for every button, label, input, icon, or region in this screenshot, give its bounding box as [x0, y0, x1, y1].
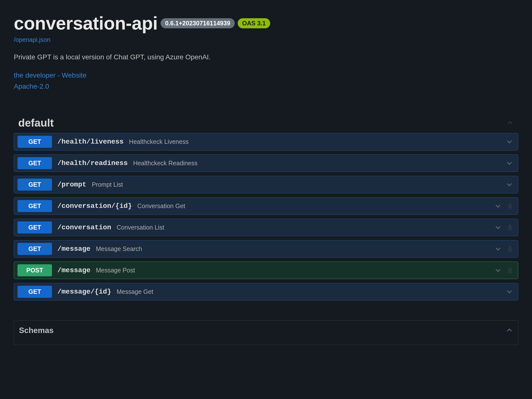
- operation-row[interactable]: GET/health/readinessHealthckeck Readines…: [14, 154, 518, 172]
- lock-icon: [507, 224, 513, 231]
- chevron-down-icon: [506, 159, 513, 167]
- method-badge: POST: [17, 264, 52, 276]
- operation-summary: Conversation List: [116, 224, 494, 231]
- operation-path: /health/readiness: [57, 159, 128, 167]
- section-header-default[interactable]: default: [14, 117, 518, 133]
- operation-row[interactable]: GET/conversation/{id}Conversation Get: [14, 197, 518, 215]
- chevron-down-icon: [494, 224, 502, 231]
- method-badge: GET: [17, 179, 52, 191]
- operation-row[interactable]: GET/message/{id}Message Get: [14, 283, 518, 300]
- method-badge: GET: [17, 243, 52, 255]
- api-description: Private GPT is a local version of Chat G…: [14, 53, 518, 61]
- oas-version-badge: OAS 3.1: [238, 18, 270, 28]
- operation-path: /message/{id}: [57, 288, 111, 296]
- chevron-down-icon: [506, 288, 513, 295]
- operation-summary: Message Get: [116, 288, 506, 295]
- developer-link[interactable]: the developer - Website: [14, 70, 518, 81]
- operation-path: /conversation/{id}: [57, 202, 132, 210]
- section-title: default: [18, 117, 54, 129]
- method-badge: GET: [17, 136, 52, 148]
- operation-summary: Message Search: [96, 245, 494, 252]
- operation-row[interactable]: GET/messageMessage Search: [14, 240, 518, 258]
- chevron-down-icon: [494, 266, 502, 274]
- chevron-down-icon: [506, 138, 513, 145]
- operation-row[interactable]: GET/promptPrompt List: [14, 176, 518, 193]
- chevron-up-icon: [506, 327, 513, 334]
- operation-summary: Healthckeck Readiness: [133, 160, 506, 167]
- openapi-spec-link[interactable]: /openapi.json: [14, 36, 50, 43]
- operation-path: /conversation: [57, 224, 111, 231]
- chevron-down-icon: [494, 202, 502, 210]
- method-badge: GET: [17, 286, 52, 298]
- method-badge: GET: [17, 200, 52, 212]
- schemas-title: Schemas: [19, 326, 54, 335]
- version-badge: 0.6.1+20230716114939: [161, 18, 235, 28]
- operation-path: /message: [57, 266, 90, 274]
- operation-path: /prompt: [57, 181, 86, 188]
- operation-summary: Message Post: [96, 267, 494, 274]
- operation-row[interactable]: GET/health/livenessHealthckeck Liveness: [14, 133, 518, 150]
- lock-icon: [507, 245, 513, 252]
- method-badge: GET: [17, 157, 52, 169]
- operation-summary: Healthckeck Liveness: [129, 138, 506, 145]
- chevron-up-icon: [506, 119, 514, 127]
- chevron-down-icon: [506, 181, 513, 188]
- operation-row[interactable]: POST/messageMessage Post: [14, 262, 518, 279]
- license-link[interactable]: Apache-2.0: [14, 81, 518, 92]
- operation-summary: Conversation Get: [137, 202, 494, 210]
- lock-icon: [507, 202, 513, 209]
- lock-icon: [507, 267, 513, 274]
- schemas-section-header[interactable]: Schemas: [14, 320, 518, 345]
- operation-path: /message: [57, 245, 90, 253]
- operation-path: /health/liveness: [57, 138, 124, 146]
- method-badge: GET: [17, 221, 52, 233]
- api-title: conversation-api: [14, 13, 158, 34]
- chevron-down-icon: [494, 245, 502, 252]
- operation-row[interactable]: GET/conversationConversation List: [14, 219, 518, 236]
- operation-summary: Prompt List: [92, 181, 506, 188]
